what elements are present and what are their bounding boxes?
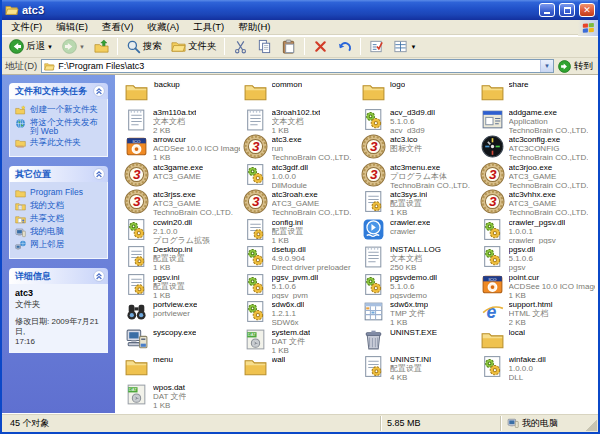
file-tile-wall[interactable]: wall — [243, 354, 362, 382]
paste-button[interactable] — [277, 37, 300, 56]
file-tile-text: UNINST.INI配置设置4 KB — [390, 355, 431, 382]
back-button[interactable]: 后退▼ — [5, 37, 57, 56]
undo-button[interactable] — [333, 37, 356, 56]
file-tile-support.html[interactable]: esupport.htmlHTML 文档2 KB — [480, 299, 599, 327]
folder-icon — [361, 79, 386, 104]
file-description: 配置设置 — [272, 227, 304, 236]
file-tile-INSTALL.LOG[interactable]: INSTALL.LOG文本文档250 KB — [361, 244, 480, 272]
file-tile-a3roah102.txt[interactable]: a3roah102.txt文本文档1 KB — [243, 107, 362, 135]
txt-icon — [124, 107, 149, 132]
sidebar-item-shared-documents[interactable]: 共享文档 — [15, 214, 104, 225]
address-input[interactable]: F:\Program Files\atc3 ▼ — [41, 59, 554, 73]
file-description: DAT 文件 — [272, 337, 311, 346]
file-tile-atc3roah.exe[interactable]: 3atc3roah.exeATC3_GAMETechnoBrain CO.,LT… — [243, 189, 362, 217]
up-button[interactable] — [90, 37, 113, 56]
file-tile-pgsv.ini[interactable]: pgsv.ini配置设置1 KB — [124, 272, 243, 300]
file-tile-crawler.exe[interactable]: crawler.execrawler — [361, 217, 480, 245]
sidebar-item-publish-to-web[interactable]: 将这个文件夹发布到 Web — [15, 118, 104, 136]
views-button[interactable]: ▼ — [389, 37, 420, 56]
file-tile-atc3gdf.dll[interactable]: atc3gdf.dll1.0.0.0DllModule — [243, 162, 362, 190]
file-tile-atc3game.exe[interactable]: 3atc3game.exeATC3_GAME — [124, 162, 243, 190]
checklist-button[interactable] — [365, 37, 388, 56]
sidebar-item-program-files[interactable]: Program Files — [15, 188, 104, 199]
menu-item-view[interactable]: 查看(V) — [95, 20, 141, 35]
file-tile-winfake.dll[interactable]: winfake.dll1.0.0.0DLL — [480, 354, 599, 382]
file-description: 文本文档 — [390, 254, 441, 263]
my-computer-icon — [507, 417, 519, 429]
go-label: 转到 — [574, 60, 593, 73]
folders-button[interactable]: 文件夹 — [167, 37, 221, 56]
file-tile-crawler_pgsv.dll[interactable]: crawler_pgsv.dll1.0.0.1crawler_pgsv — [480, 217, 599, 245]
maximize-button[interactable] — [559, 3, 575, 17]
file-tile-share[interactable]: share — [480, 79, 599, 107]
address-dropdown-button[interactable]: ▼ — [540, 60, 553, 72]
file-tile-ccwin20.dll[interactable]: ccwin20.dll2.1.0.0プログラム拡張 — [124, 217, 243, 245]
file-tile-atc3.exe[interactable]: 3atc3.exerunTechnoBrain CO.,LTD. — [243, 134, 362, 162]
cut-button[interactable] — [229, 37, 252, 56]
copy-button[interactable] — [253, 37, 276, 56]
file-tile-system.dat[interactable]: DATsystem.datDAT 文件1 KB — [243, 327, 362, 355]
details-type: 文件夹 — [15, 299, 104, 311]
file-tile-local[interactable]: local — [480, 327, 599, 355]
file-tile-pgsv.dll[interactable]: pgsv.dll5.1.0.6pgsv — [480, 244, 599, 272]
file-tile-logo[interactable]: logo — [361, 79, 480, 107]
sidebar-item-my-network-places[interactable]: 网上邻居 — [15, 240, 104, 251]
panel-header-details[interactable]: 详细信息 — [9, 268, 108, 284]
file-tile-config.ini[interactable]: config.ini配置设置1 KB — [243, 217, 362, 245]
sidebar-item-my-documents[interactable]: 我的文档 — [15, 201, 104, 212]
file-tile-atc3config.exe[interactable]: atc3config.exeATC3CONFIGTechnoBrain CO.,… — [480, 134, 599, 162]
menu-item-edit[interactable]: 编辑(E) — [49, 20, 95, 35]
file-tile-acv_d3d9.dll[interactable]: acv_d3d9.dll5.1.0.6acv_d3d9 — [361, 107, 480, 135]
file-tile-sdw6x.dll[interactable]: sdw6x.dll1.2.1.1SDW6x — [243, 299, 362, 327]
file-description: 1 KB — [272, 236, 304, 245]
panel-header-other-places[interactable]: 其它位置 — [9, 166, 108, 182]
file-tile-UNINST.INI[interactable]: UNINST.INI配置设置4 KB — [361, 354, 480, 382]
file-tile-point.cur[interactable]: ICOpoint.curACDSee 10.0 ICO Image1 KB — [480, 272, 599, 300]
file-tile-atc3menu.exe[interactable]: 3atc3menu.exeプログラム本体TechnoBrain CO.,LTD. — [361, 162, 480, 190]
sidebar-item-my-computer[interactable]: 我的电脑 — [15, 227, 104, 238]
forward-button[interactable]: ▼ — [58, 37, 89, 56]
close-button[interactable]: ✕ — [579, 3, 595, 17]
file-tile-pgsvdemo.dll[interactable]: pgsvdemo.dll5.1.0.6pgsvdemo — [361, 272, 480, 300]
file-tile-text: portview.exeportviewer — [153, 300, 197, 318]
sidebar-item-create-new-folder[interactable]: 创建一个新文件夹 — [15, 105, 104, 116]
file-tile-syscopy.exe[interactable]: syscopy.exe — [124, 327, 243, 355]
file-tile-backup[interactable]: backup — [124, 79, 243, 107]
menu-item-help[interactable]: 帮助(H) — [231, 20, 277, 35]
file-tile-atc3.ico[interactable]: 3atc3.ico图标文件 — [361, 134, 480, 162]
menu-item-favorites[interactable]: 收藏(A) — [140, 20, 186, 35]
file-tile-dsetup.dll[interactable]: dsetup.dll4.9.0.904Direct driver preload… — [243, 244, 362, 272]
file-tile-atc3sys.ini[interactable]: atc3sys.ini配置设置1 KB — [361, 189, 480, 217]
file-tile-text: INSTALL.LOG文本文档250 KB — [390, 245, 441, 272]
file-name: winfake.dll — [509, 355, 546, 364]
file-tile-menu[interactable]: menu — [124, 354, 243, 382]
file-name: atc3rjoo.exe — [509, 163, 589, 172]
file-tile-UNINST.EXE[interactable]: UNINST.EXE — [361, 327, 480, 355]
file-tile-Desktop.ini[interactable]: Desktop.ini配置设置1 KB — [124, 244, 243, 272]
file-tile-text: winfake.dll1.0.0.0DLL — [509, 355, 546, 382]
file-tile-common[interactable]: common — [243, 79, 362, 107]
file-tile-atc3rjss.exe[interactable]: 3atc3rjss.exeATC3_GAMETechnoBrain CO.,LT… — [124, 189, 243, 217]
search-button[interactable]: 搜索 — [122, 37, 166, 56]
file-name: menu — [153, 355, 173, 364]
file-description: 5.1.0.6 — [390, 117, 435, 126]
delete-button[interactable] — [309, 37, 332, 56]
menu-item-file[interactable]: 文件(F) — [4, 20, 49, 35]
menu-item-tools[interactable]: 工具(T) — [186, 20, 231, 35]
file-tile-addgame.exe[interactable]: addgame.exeApplicationTechnoBrain CO.,LT… — [480, 107, 599, 135]
file-tile-arrow.cur[interactable]: ICOarrow.curACDSee 10.0 ICO Image1 KB — [124, 134, 243, 162]
file-tile-sdw6x.tmp[interactable]: sdw6x.tmpTMP 文件1 KB — [361, 299, 480, 327]
file-tile-a3m110a.txt[interactable]: a3m110a.txt文本文档2 KB — [124, 107, 243, 135]
file-name: config.ini — [272, 218, 304, 227]
file-tile-wpos.dat[interactable]: DATwpos.datDAT 文件1 KB — [124, 382, 243, 410]
sidebar-item-label: 我的文档 — [30, 201, 64, 210]
file-tile-pgsv_pvm.dll[interactable]: pgsv_pvm.dll5.1.0.6pgsv_pvm — [243, 272, 362, 300]
sidebar-item-share-this-folder[interactable]: 共享此文件夹 — [15, 138, 104, 149]
panel-header-file-and-folder-tasks[interactable]: 文件和文件夹任务 — [9, 83, 108, 99]
go-button[interactable]: 转到 — [558, 60, 595, 73]
minimize-button[interactable] — [539, 3, 555, 17]
file-name: sdw6x.dll — [272, 300, 305, 309]
file-tile-portview.exe[interactable]: portview.exeportviewer — [124, 299, 243, 327]
file-tile-atc3rjoo.exe[interactable]: 3atc3rjoo.exeATC3_GAMETechnoBrain CO.,LT… — [480, 162, 599, 190]
file-tile-atc3vhhx.exe[interactable]: 3atc3vhhx.exeATC3_GAMETechnoBrain CO.,LT… — [480, 189, 599, 217]
